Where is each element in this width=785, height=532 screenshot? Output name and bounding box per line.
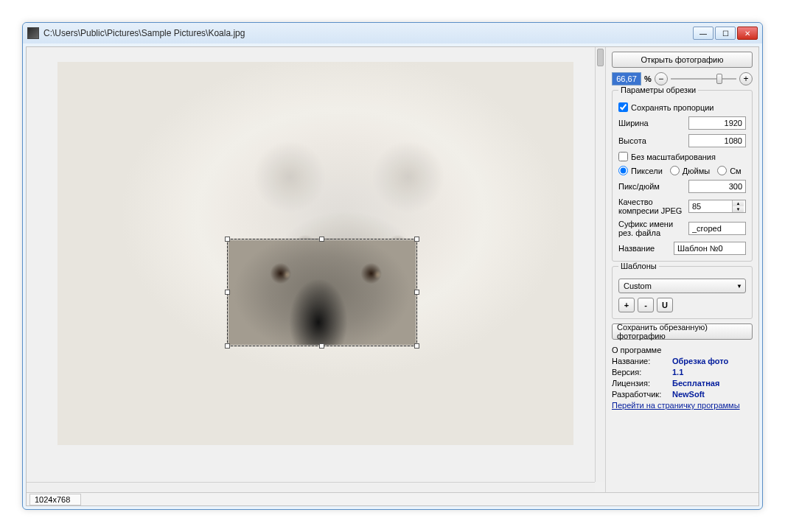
crop-handle-top-left[interactable] <box>225 237 230 242</box>
minimize-icon: — <box>699 29 707 38</box>
save-cropped-label: Сохранить обрезанную) фотографию <box>617 323 747 340</box>
horizontal-scrollbar[interactable] <box>27 482 595 492</box>
height-input[interactable] <box>688 134 746 147</box>
ppi-input[interactable] <box>688 180 746 193</box>
title-bar[interactable]: C:\Users\Public\Pictures\Sample Pictures… <box>23 23 762 43</box>
about-ver-key: Версия: <box>612 368 669 377</box>
crop-parameters-group: Параметры обрезки Сохранять пропорции Ши… <box>612 90 753 262</box>
template-buttons: + - U <box>618 298 746 312</box>
crop-handle-top-right[interactable] <box>414 237 419 242</box>
width-label: Ширина <box>618 119 684 127</box>
side-panel: Открыть фотографию % − + Параметры обрез… <box>605 47 758 492</box>
maximize-button[interactable]: ☐ <box>715 27 736 40</box>
templates-title: Шаблоны <box>618 262 659 270</box>
name-label: Название <box>618 244 669 253</box>
minus-icon: − <box>658 74 663 83</box>
height-label: Высота <box>618 136 684 145</box>
main-area: Открыть фотографию % − + Параметры обрез… <box>27 47 758 492</box>
zoom-slider[interactable] <box>671 72 736 85</box>
crop-handle-bottom-left[interactable] <box>225 343 230 349</box>
about-section: О программе Название:Обрезка фото Версия… <box>612 346 753 410</box>
width-row: Ширина <box>618 116 746 130</box>
zoom-input[interactable] <box>612 72 641 85</box>
suffix-label: Суфикс имени рез. файла <box>618 220 684 237</box>
client-area: Открыть фотографию % − + Параметры обрез… <box>26 46 759 506</box>
about-title: О программе <box>612 346 753 354</box>
name-row: Название <box>618 242 746 255</box>
about-dev-value: NewSoft <box>672 390 705 399</box>
about-name-key: Название: <box>612 357 669 365</box>
spin-down-icon[interactable]: ▼ <box>733 206 744 212</box>
window-title: C:\Users\Public\Pictures\Sample Pictures… <box>43 28 693 38</box>
crop-handle-bottom-right[interactable] <box>414 343 419 349</box>
zoom-out-button[interactable]: − <box>655 72 668 85</box>
crop-handle-top-middle[interactable] <box>319 237 324 242</box>
jpeg-input[interactable] <box>689 200 732 212</box>
crop-selection[interactable] <box>227 239 417 346</box>
close-button[interactable]: ✕ <box>737 27 758 40</box>
crop-handle-middle-left[interactable] <box>225 290 230 295</box>
status-dimensions: 1024x768 <box>29 494 81 505</box>
scroll-thumb[interactable] <box>597 49 604 66</box>
jpeg-label: Качество компресии JPEG <box>618 197 684 215</box>
template-update-button[interactable]: U <box>657 298 673 312</box>
jpeg-row: Качество компресии JPEG ▲ ▼ <box>618 197 746 215</box>
unit-radios: Пиксели Дюймы См <box>618 166 746 175</box>
name-input[interactable] <box>674 242 746 255</box>
canvas[interactable] <box>27 47 595 482</box>
app-window: C:\Users\Public\Pictures\Sample Pictures… <box>22 22 763 510</box>
no-scale-checkbox[interactable]: Без масштабирования <box>618 152 746 161</box>
percent-label: % <box>644 74 652 83</box>
suffix-row: Суфикс имени рез. файла <box>618 220 746 237</box>
no-scale-input[interactable] <box>618 152 628 161</box>
about-ver-value: 1.1 <box>672 368 683 377</box>
template-add-button[interactable]: + <box>618 298 635 312</box>
spin-up-icon[interactable]: ▲ <box>733 200 744 206</box>
window-controls: — ☐ ✕ <box>693 27 758 40</box>
keep-aspect-input[interactable] <box>618 102 628 112</box>
about-lic-key: Лицензия: <box>612 379 669 388</box>
template-selected: Custom <box>624 281 652 290</box>
templates-group: Шаблоны Custom ▼ + - U <box>612 266 753 319</box>
slider-track <box>671 78 736 80</box>
unit-px-radio[interactable]: Пиксели <box>618 166 663 175</box>
about-link[interactable]: Перейти на страничку программы <box>612 401 753 410</box>
ppi-label: Пикс/дюйм <box>618 182 684 191</box>
vertical-scrollbar[interactable] <box>595 47 605 482</box>
crop-handle-bottom-middle[interactable] <box>319 343 324 349</box>
minimize-button[interactable]: — <box>693 27 714 40</box>
status-bar: 1024x768 <box>27 492 758 505</box>
width-input[interactable] <box>688 116 746 130</box>
template-select[interactable]: Custom ▼ <box>618 279 746 293</box>
unit-cm-radio[interactable]: См <box>717 166 742 175</box>
unit-in-radio[interactable]: Дюймы <box>670 166 710 175</box>
template-remove-button[interactable]: - <box>638 298 654 312</box>
about-dev-key: Разработчик: <box>612 390 669 399</box>
app-icon <box>27 27 39 39</box>
zoom-row: % − + <box>612 72 753 85</box>
maximize-icon: ☐ <box>722 29 729 38</box>
spinner-arrows: ▲ ▼ <box>732 200 744 212</box>
crop-group-title: Параметры обрезки <box>618 85 698 94</box>
jpeg-spinner[interactable]: ▲ ▼ <box>688 200 746 213</box>
keep-aspect-checkbox[interactable]: Сохранять пропорции <box>618 102 746 112</box>
slider-thumb[interactable] <box>716 74 722 84</box>
about-name-value: Обрезка фото <box>672 357 728 365</box>
canvas-panel <box>27 47 605 492</box>
no-scale-label: Без масштабирования <box>631 153 716 161</box>
zoom-in-button[interactable]: + <box>739 72 753 85</box>
open-photo-button[interactable]: Открыть фотографию <box>612 52 753 68</box>
open-photo-label: Открыть фотографию <box>641 55 724 64</box>
crop-handle-middle-right[interactable] <box>414 290 419 295</box>
suffix-input[interactable] <box>688 222 746 235</box>
save-cropped-button[interactable]: Сохранить обрезанную) фотографию <box>612 323 753 340</box>
about-lic-value: Бесплатная <box>672 379 719 388</box>
ppi-row: Пикс/дюйм <box>618 180 746 193</box>
plus-icon: + <box>743 74 748 83</box>
chevron-down-icon: ▼ <box>736 283 742 290</box>
keep-aspect-label: Сохранять пропорции <box>631 103 714 112</box>
height-row: Высота <box>618 134 746 147</box>
close-icon: ✕ <box>744 29 750 38</box>
